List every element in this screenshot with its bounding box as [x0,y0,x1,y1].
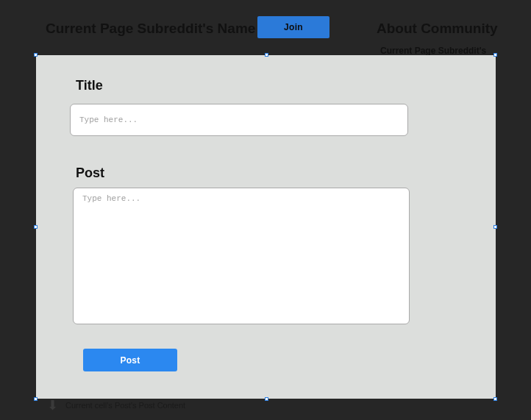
modal-inner: Title Post Post [36,55,496,371]
title-label: Title [76,78,462,93]
about-community-title: About Community [377,21,498,37]
selection-handle[interactable] [34,397,38,401]
title-input[interactable] [70,104,408,136]
post-row: ⬇ Current cell's Post's Post Content [47,397,185,413]
about-community-subtitle: Current Page Subreddit's [380,46,486,56]
selection-handle[interactable] [493,53,497,57]
join-button[interactable]: Join [257,16,329,38]
selection-handle[interactable] [34,53,38,57]
selection-handle[interactable] [265,53,268,57]
subreddit-name: Current Page Subreddit's Name [46,21,255,37]
post-button[interactable]: Post [83,349,177,371]
downvote-icon: ⬇ [47,397,58,413]
selection-handle[interactable] [493,225,497,229]
post-textarea[interactable] [73,188,410,324]
selection-handle[interactable] [34,225,38,229]
selection-handle[interactable] [265,397,268,401]
post-content-text: Current cell's Post's Post Content [65,401,185,410]
create-post-modal[interactable]: Title Post Post [36,55,496,399]
post-label: Post [76,165,462,181]
selection-handle[interactable] [493,397,497,401]
